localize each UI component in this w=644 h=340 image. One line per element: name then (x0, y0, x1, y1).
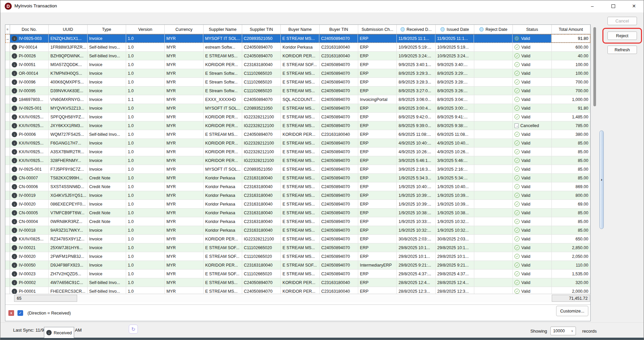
column-header-type[interactable]: Type (88, 25, 126, 34)
column-header-received[interactable]: Received D... (397, 25, 435, 34)
column-header-version[interactable]: Version (126, 25, 165, 34)
column-header-amount[interactable]: Total Amount (552, 25, 590, 34)
column-header-issued[interactable]: Issued Date (436, 25, 474, 34)
table-row[interactable]: ↓CN-00006SXST4SSNN6D...Credit Note1.0MYR… (5, 182, 590, 191)
column-header-currency[interactable]: Currency (165, 25, 203, 34)
table-row[interactable]: ↓PI-00006WQM727FS425...Self-billed Invo.… (5, 130, 590, 139)
status-text: Valid (521, 54, 530, 58)
maximize-icon (611, 4, 615, 8)
table-row[interactable]: ↓KX/IV/0925...A3SX7BMR2TR...Invoice1.0MY… (5, 148, 590, 156)
received-direction-icon: ↓ (12, 140, 17, 146)
filter-expression-label: (Direction = Received) (28, 310, 71, 316)
minimize-button[interactable]: – (585, 0, 600, 12)
table-row[interactable]: ↓IV-000202FWFM1PNB3J...Invoice1.0MYRE ST… (5, 252, 590, 261)
cell-buyer_tin: C24050894070 (320, 200, 358, 208)
cell-currency: MYR (165, 148, 203, 156)
table-row[interactable]: ↓CN-00005V7MFCB9FT6W...Credit Note1.0MYR… (5, 209, 590, 217)
maximize-button[interactable] (605, 0, 621, 12)
received-direction-icon: ↓ (12, 210, 17, 216)
table-row[interactable]: ↓IV-000189AR3Z317WKY...Invoice1.0MYRKori… (5, 226, 590, 235)
table-row[interactable]: ↓KX/IV/0925...JXY6KXX1RM3...Invoice1.0MY… (5, 121, 590, 130)
table-row[interactable]: ↓OR-00014K7MPN0H0QS...Invoice1.0MYRE Str… (5, 69, 590, 78)
table-row[interactable]: ↓KX/IV/0925...F6GANG17H7...Invoice1.0MYR… (5, 139, 590, 148)
cell-supplier: Koridor Perkasa (204, 226, 242, 234)
cell-received: 3/9/2025 2:16:3... (397, 165, 435, 173)
table-row[interactable]: ↓IV-00095D39NVKAK83E...Invoice1.0MYRE St… (5, 87, 590, 95)
table-row[interactable]: ↓KX/IV/0925...SPFQQH58YPZ...Invoice1.0MY… (5, 113, 590, 121)
table-row[interactable]: ↓IV-0002125XW7J81HY6...Invoice1.0MYRE ST… (5, 243, 590, 252)
table-row[interactable]: ↓PI-000024W7A656C91C...Self-billed Invo.… (5, 278, 590, 287)
cell-buyer: E STREAM MS... (281, 139, 319, 147)
table-row[interactable]: ↓CN-000040WRN8KR3RZ...Credit Note1.0MYRK… (5, 217, 590, 226)
table-row[interactable]: ↓IV-00051M0A57ZQDDK...Invoice1.0MYRKORID… (5, 60, 590, 69)
table-row[interactable]: ↓IV-00020086EXECPEYF0...Invoice1.0MYRKor… (5, 200, 590, 209)
grid-vertical-scrollbar[interactable] (593, 24, 597, 321)
cell-channel: IntermediaryERP (358, 261, 397, 269)
column-header-supplier[interactable]: Supplier Name (204, 25, 242, 34)
table-row[interactable]: ↓KX/IV/0925...328FHERNMY...Invoice1.0MYR… (5, 156, 590, 165)
cell-buyer: E STREAM MS... (281, 235, 319, 243)
cell-supplier: E STREAM MS... (204, 287, 242, 294)
cell-reject (474, 217, 513, 226)
cell-status: ✓Valid (513, 252, 551, 261)
table-row[interactable]: ↓CN-00007TS82KXC999H...Credit Note1.0MYR… (5, 174, 590, 182)
table-row[interactable]: ↓PV-000141FR88W3JFRZR...Self-billed Invo… (5, 43, 590, 52)
column-header-reject[interactable]: Reject Date (474, 25, 513, 34)
cell-buyer_tin: C24050894070 (319, 34, 358, 43)
column-header-doc[interactable]: Doc No. (10, 25, 49, 34)
cell-version: 1.0 (126, 261, 165, 269)
cell-status: ✓Valid (513, 200, 551, 208)
cell-type: Invoice (88, 226, 126, 234)
panel-splitter[interactable]: › (599, 130, 604, 229)
column-header-status[interactable]: Status (513, 25, 551, 34)
cell-issued: 8/9/2025 3:26:... (436, 87, 474, 95)
filter-enabled-checkbox[interactable]: ✓ (17, 310, 23, 316)
table-row[interactable]: ↓PI-00026BZH9QPDWNK...Self-billed Invo..… (5, 52, 590, 60)
cell-currency: MYR (165, 139, 203, 147)
cancel-button[interactable]: Cancel (607, 17, 637, 25)
cell-received: 1/9/2025 10:38:... (397, 209, 435, 217)
cell-buyer: E STREAM MS... (281, 243, 319, 252)
cell-uuid: F6GANG17H7... (49, 139, 87, 147)
table-row[interactable]: ↓184697803...VN6GMXRNYG...Invoice1.1MYRE… (5, 95, 590, 104)
column-header-channel[interactable]: Submission Ch... (358, 25, 397, 34)
scrollbar-thumb[interactable] (593, 27, 596, 106)
row-indicator-header[interactable]: ≡ (5, 25, 10, 34)
cell-buyer: E STREAM SOF... (281, 60, 319, 69)
cell-channel: ERP (358, 270, 397, 278)
refresh-button[interactable]: Refresh (607, 46, 637, 54)
table-row[interactable]: ↓IV-0925-001F7J5PF9Y8C7Z...Invoice1.0MYR… (5, 165, 590, 174)
cell-doc: ↓KX/IV/0925... (10, 148, 49, 156)
customize-button[interactable]: Customize... (556, 306, 588, 316)
clear-filter-button[interactable]: x (8, 310, 14, 316)
table-row[interactable]: ↓PI-00001FHECERCS3CR...Self-billed Invo.… (5, 287, 590, 294)
cell-supplier: E STREAM SOF... (204, 243, 242, 252)
status-text: Valid (521, 176, 530, 180)
table-row[interactable]: ↓IV-00096400K6QMXPFS...Invoice1.0MYRE St… (5, 78, 590, 87)
cell-supplier: estream Softw... (204, 43, 242, 51)
column-header-supplier_tin[interactable]: Supplier TIN (242, 25, 281, 34)
table-row[interactable]: ↓IV-0925-001MYQVKVS2Z13...Invoice1.0MYRM… (5, 104, 590, 113)
tab-received[interactable]: ↓ Received (44, 327, 74, 338)
cell-reject (474, 191, 513, 200)
valid-check-icon: ✓ (515, 114, 520, 119)
table-row[interactable]: →↓IV-0925-003ENZQHJM1X1...Invoice1.0MYRM… (5, 34, 590, 43)
close-button[interactable]: ✕ (626, 0, 642, 12)
column-header-label: Currency (175, 27, 193, 32)
received-direction-icon: ↓ (12, 71, 17, 76)
table-row[interactable]: ↓IV-00050D9J4F98FX923...Invoice1.0MYRKOR… (5, 261, 590, 270)
cell-received: 1/9/2025 10:40:... (397, 182, 435, 191)
table-row[interactable]: ↓IV-00019XG4KVSJ5YQS1...Invoice1.0MYRKor… (5, 191, 590, 200)
row-indicator (5, 226, 10, 234)
cell-issued: 1/9/2025 5:34:... (436, 174, 474, 182)
column-header-buyer[interactable]: Buyer Name (281, 25, 319, 34)
sync-refresh-button[interactable]: ↻ (129, 325, 138, 334)
table-row[interactable]: ↓KX/IV/0825...RZ3478SX9Y1Z...Invoice1.0M… (5, 235, 590, 243)
table-row[interactable]: ↓IV-00023ZH7V2HQZD5...Invoice1.0MYRE STR… (5, 270, 590, 278)
column-header-buyer_tin[interactable]: Buyer TIN (320, 25, 358, 34)
row-indicator (5, 217, 10, 226)
cell-uuid: M0A57ZQDDK... (49, 60, 87, 69)
column-header-uuid[interactable]: UUID (49, 25, 87, 34)
cell-type: Credit Note (88, 182, 126, 191)
records-count-dropdown[interactable]: 10000 ∨ (550, 327, 576, 335)
